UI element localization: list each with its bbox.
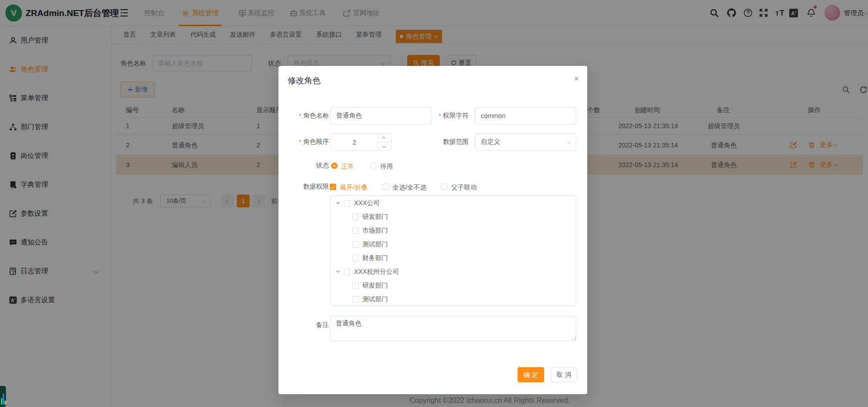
cancel-button[interactable]: 取 消 bbox=[551, 367, 577, 382]
dialog-title: 修改角色 bbox=[288, 75, 321, 86]
screen: V ZRAdmin.NET后台管理 控制台 系统管理 系统监控 系统工具 官网地… bbox=[0, 0, 868, 407]
role-order-field-label: * 角色顺序 bbox=[278, 133, 329, 151]
parent-child-link-label[interactable]: 父子联动 bbox=[451, 184, 477, 192]
remark-textarea[interactable]: 普通角色 bbox=[330, 316, 576, 341]
required-marker: * bbox=[439, 112, 441, 119]
tree-node[interactable]: XXX杭州分公司 bbox=[331, 265, 576, 279]
data-scope-field-label: 数据范围 bbox=[416, 133, 469, 151]
data-scope-value: 自定义 bbox=[481, 138, 500, 146]
tree-node-label: 测试部门 bbox=[362, 295, 388, 304]
tree-checkbox[interactable] bbox=[344, 269, 350, 275]
stepper-up-button[interactable] bbox=[377, 134, 391, 142]
tree-node-label: 测试部门 bbox=[362, 240, 388, 249]
tree-node[interactable]: 研发部门 bbox=[331, 279, 576, 293]
dialog-close-icon[interactable]: × bbox=[574, 74, 579, 83]
dept-permission-tree: XXX公司 研发部门 市场部门 测试部门 财务部门 XXX杭州分公司 研发部门 … bbox=[330, 195, 576, 306]
select-all-label[interactable]: 全选/全不选 bbox=[393, 184, 426, 192]
tree-checkbox[interactable] bbox=[352, 214, 359, 220]
select-all-checkbox[interactable] bbox=[382, 184, 389, 190]
tree-node[interactable]: 财务部门 bbox=[331, 251, 576, 265]
tree-checkbox[interactable] bbox=[352, 228, 359, 234]
tree-checkbox[interactable] bbox=[352, 255, 359, 261]
status-disabled-label[interactable]: 停用 bbox=[380, 163, 393, 171]
role-order-value: 2 bbox=[331, 134, 378, 151]
tree-node-label: 市场部门 bbox=[362, 227, 388, 235]
confirm-button[interactable]: 确 定 bbox=[518, 367, 544, 382]
expand-collapse-checkbox[interactable] bbox=[330, 184, 336, 190]
parent-child-link-checkbox[interactable] bbox=[441, 184, 448, 190]
data-perm-field-label: 数据权限 bbox=[278, 180, 329, 194]
tree-node[interactable]: 测试部门 bbox=[331, 293, 576, 306]
status-disabled-radio[interactable] bbox=[370, 163, 377, 169]
tree-node[interactable]: 研发部门 bbox=[331, 210, 576, 224]
tree-node-label: XXX杭州分公司 bbox=[354, 268, 399, 276]
perm-char-field-label: * 权限字符 bbox=[416, 107, 469, 125]
tree-node[interactable]: XXX公司 bbox=[331, 196, 576, 210]
select-chevron-icon bbox=[567, 139, 572, 144]
remark-field-label: 备注 bbox=[278, 318, 329, 332]
data-scope-select[interactable]: 自定义 bbox=[475, 133, 576, 151]
tree-checkbox[interactable] bbox=[352, 296, 359, 303]
status-field-label: 状态 bbox=[278, 159, 329, 173]
tree-checkbox[interactable] bbox=[352, 241, 359, 248]
required-marker: * bbox=[299, 138, 301, 146]
tree-expand-icon[interactable] bbox=[336, 202, 340, 205]
tree-node-label: 研发部门 bbox=[362, 282, 388, 290]
tree-node-label: 财务部门 bbox=[362, 254, 388, 262]
role-order-stepper[interactable]: 2 bbox=[330, 133, 392, 151]
role-name-field-label: * 角色名称 bbox=[278, 107, 329, 125]
perm-char-input[interactable] bbox=[475, 107, 576, 125]
stepper-down-button[interactable] bbox=[377, 142, 391, 151]
status-normal-label[interactable]: 正常 bbox=[341, 163, 354, 171]
tree-checkbox[interactable] bbox=[344, 200, 350, 206]
tree-checkbox[interactable] bbox=[352, 282, 359, 289]
tree-node-label: 研发部门 bbox=[362, 213, 388, 221]
status-normal-radio[interactable] bbox=[331, 163, 338, 169]
tree-node-label: XXX公司 bbox=[354, 199, 380, 207]
expand-collapse-label[interactable]: 展开/折叠 bbox=[340, 184, 367, 192]
tree-expand-icon[interactable] bbox=[336, 271, 340, 273]
stepper-controls bbox=[377, 134, 391, 151]
tree-node[interactable]: 市场部门 bbox=[331, 224, 576, 238]
chevron-up-icon bbox=[382, 136, 385, 140]
corner-widget bbox=[0, 386, 6, 407]
edit-role-dialog: 修改角色 × * 角色名称 * 权限字符 * 角色顺序 2 数据范围 bbox=[278, 66, 587, 394]
required-marker: * bbox=[299, 112, 301, 119]
tree-node[interactable]: 测试部门 bbox=[331, 238, 576, 251]
chevron-down-icon bbox=[382, 144, 386, 148]
